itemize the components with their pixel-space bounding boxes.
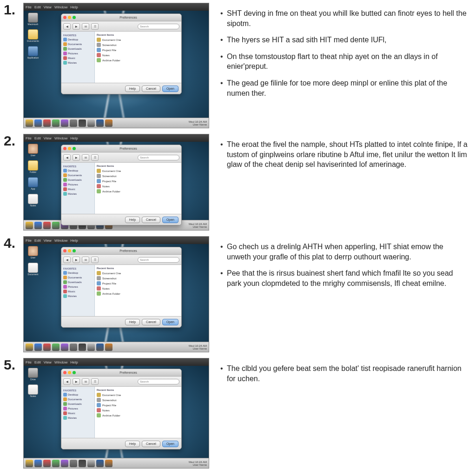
list-item[interactable]: Notes [97,286,179,291]
sidebar-item[interactable]: Pictures [62,406,93,411]
search-input[interactable]: Search [138,257,179,263]
toolbar-button[interactable]: ☰ [91,257,99,263]
taskbar-app-icon[interactable] [61,119,68,127]
sidebar-item[interactable]: Pictures [62,182,93,187]
zoom-icon[interactable] [73,371,76,374]
taskbar-app-icon[interactable] [52,222,60,229]
desktop-icon[interactable]: Notes [26,384,40,397]
menu-item[interactable]: Edit [34,5,41,9]
dialog-titlebar[interactable]: Preferences [61,247,181,255]
sidebar-item[interactable]: Music [62,289,93,294]
taskbar-app-icon[interactable] [34,460,42,467]
desktop-area[interactable]: UserDocumentPreferences◀▶⊞☰SearchFavorit… [24,244,209,342]
menu-item[interactable]: Help [70,360,78,364]
list-item[interactable]: Document One [97,168,179,173]
menu-item[interactable]: View [44,5,52,9]
list-item[interactable]: Document One [97,271,179,276]
sidebar-item[interactable]: Documents [62,173,93,178]
sidebar-item[interactable]: Documents [62,397,93,402]
menu-item[interactable]: File [26,238,32,243]
taskbar-app-icon[interactable] [70,344,77,351]
menu-item[interactable]: Edit [34,360,41,364]
taskbar-app-icon[interactable] [87,460,95,467]
cancel-button[interactable]: Cancel [142,217,160,223]
menu-item[interactable]: Window [54,5,67,9]
toolbar-button[interactable]: ▶ [73,257,80,263]
taskbar-app-icon[interactable] [43,344,51,351]
sidebar-item[interactable]: Pictures [62,51,93,56]
taskbar-app-icon[interactable] [43,119,51,127]
taskbar-app-icon[interactable] [52,119,60,127]
taskbar-app-icon[interactable] [43,222,51,229]
taskbar-app-icon[interactable] [96,119,104,127]
taskbar-app-icon[interactable] [87,119,95,127]
taskbar-app-icon[interactable] [87,344,95,351]
taskbar-app-icon[interactable] [96,344,104,351]
menu-item[interactable]: Edit [34,238,41,243]
taskbar-app-icon[interactable] [79,119,86,127]
taskbar-app-icon[interactable] [34,119,42,127]
desktop-area[interactable]: DriveNotesPreferences◀▶⊞☰SearchFavorites… [24,366,209,458]
taskbar-app-icon[interactable] [52,460,60,467]
taskbar-app-icon[interactable] [105,460,112,467]
toolbar-button[interactable]: ⊞ [82,154,89,161]
sidebar-item[interactable]: Desktop [62,37,93,42]
close-icon[interactable] [63,147,66,150]
taskbar-app-icon[interactable] [96,460,104,467]
taskbar-app-icon[interactable] [26,222,33,229]
desktop-icon[interactable]: Notes [26,194,40,207]
toolbar-button[interactable]: ◀ [63,23,71,30]
desktop-icon[interactable]: User [26,246,40,259]
help-button[interactable]: Help [125,86,140,92]
menu-item[interactable]: Window [54,238,67,243]
open-button[interactable]: Open [162,217,178,223]
menu-item[interactable]: Help [70,5,78,9]
menu-item[interactable]: Edit [34,136,41,140]
cancel-button[interactable]: Cancel [142,441,160,447]
desktop-icon[interactable]: Documents [26,29,40,42]
sidebar-item[interactable]: Movies [62,192,93,196]
menu-item[interactable]: View [44,360,52,364]
sidebar-item[interactable]: Downloads [62,402,93,406]
taskbar-app-icon[interactable] [79,344,86,351]
toolbar-button[interactable]: ◀ [63,257,71,263]
sidebar-item[interactable]: Documents [62,275,93,280]
list-item[interactable]: Archive Folder [97,413,179,418]
open-button[interactable]: Open [162,441,178,447]
menu-item[interactable]: Help [70,136,78,140]
search-input[interactable]: Search [138,379,179,384]
minimize-icon[interactable] [68,371,71,374]
menu-item[interactable]: View [44,238,52,243]
taskbar-app-icon[interactable] [52,344,60,351]
taskbar-app-icon[interactable] [26,119,33,127]
toolbar-button[interactable]: ◀ [63,378,71,385]
minimize-icon[interactable] [68,16,71,19]
list-item[interactable]: Screenshot [97,276,179,281]
taskbar-app-icon[interactable] [26,460,33,467]
sidebar-item[interactable]: Movies [62,294,93,298]
list-item[interactable]: Document One [97,392,179,397]
list-item[interactable]: Screenshot [97,397,179,403]
sidebar-item[interactable]: Documents [62,42,93,46]
toolbar-button[interactable]: ⊞ [82,257,89,263]
taskbar-app-icon[interactable] [43,460,51,467]
list-item[interactable]: Project File [97,403,179,408]
toolbar-button[interactable]: ⊞ [82,378,89,385]
sidebar-item[interactable]: Pictures [62,284,93,289]
zoom-icon[interactable] [73,16,76,19]
sidebar-item[interactable]: Desktop [62,271,93,275]
close-icon[interactable] [63,371,66,374]
taskbar-app-icon[interactable] [26,344,33,351]
close-icon[interactable] [63,249,66,252]
taskbar-app-icon[interactable] [34,344,42,351]
dialog-titlebar[interactable]: Preferences [61,145,181,152]
sidebar-item[interactable]: Music [62,411,93,416]
open-button[interactable]: Open [162,86,178,92]
desktop-area[interactable]: UserFolderAppNotesPreferences◀▶⊞☰SearchF… [24,142,209,220]
menu-item[interactable]: Help [70,238,78,243]
taskbar-app-icon[interactable] [79,460,86,467]
toolbar-button[interactable]: ⊞ [82,23,89,30]
help-button[interactable]: Help [125,217,140,223]
toolbar-button[interactable]: ◀ [63,154,71,161]
minimize-icon[interactable] [68,147,71,150]
